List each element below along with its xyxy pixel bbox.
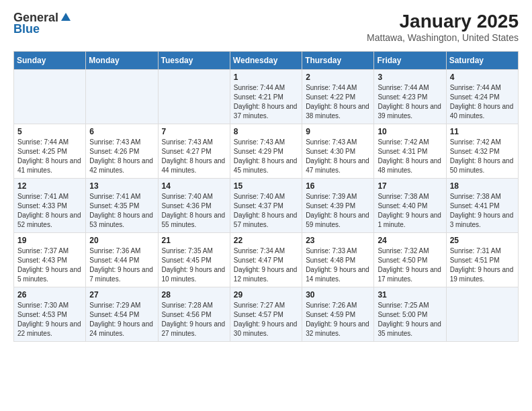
day-number: 26 xyxy=(17,290,82,300)
day-info: Sunrise: 7:43 AM Sunset: 4:29 PM Dayligh… xyxy=(234,138,298,175)
day-header-monday: Monday xyxy=(86,52,158,70)
day-info: Sunrise: 7:40 AM Sunset: 4:36 PM Dayligh… xyxy=(162,192,226,230)
day-number: 18 xyxy=(450,181,515,191)
day-header-sunday: Sunday xyxy=(14,52,86,70)
day-info: Sunrise: 7:41 AM Sunset: 4:33 PM Dayligh… xyxy=(17,192,82,230)
calendar-cell: 1Sunrise: 7:44 AM Sunset: 4:21 PM Daylig… xyxy=(230,70,302,124)
day-info: Sunrise: 7:33 AM Sunset: 4:48 PM Dayligh… xyxy=(306,246,370,284)
svg-marker-0 xyxy=(61,13,71,21)
day-info: Sunrise: 7:43 AM Sunset: 4:30 PM Dayligh… xyxy=(306,138,370,175)
calendar-cell: 25Sunrise: 7:31 AM Sunset: 4:51 PM Dayli… xyxy=(446,233,518,287)
calendar-cell xyxy=(158,70,230,124)
day-number: 16 xyxy=(306,181,370,191)
calendar-header-row: SundayMondayTuesdayWednesdayThursdayFrid… xyxy=(14,52,519,70)
day-number: 31 xyxy=(378,290,442,300)
day-number: 27 xyxy=(89,290,154,300)
calendar-week-4: 19Sunrise: 7:37 AM Sunset: 4:43 PM Dayli… xyxy=(14,233,519,287)
day-info: Sunrise: 7:36 AM Sunset: 4:44 PM Dayligh… xyxy=(89,246,154,284)
calendar-cell: 28Sunrise: 7:28 AM Sunset: 4:56 PM Dayli… xyxy=(158,287,230,342)
day-header-tuesday: Tuesday xyxy=(158,52,230,70)
day-number: 15 xyxy=(234,181,298,191)
day-number: 20 xyxy=(89,236,154,245)
day-info: Sunrise: 7:31 AM Sunset: 4:51 PM Dayligh… xyxy=(450,246,515,284)
day-info: Sunrise: 7:32 AM Sunset: 4:50 PM Dayligh… xyxy=(378,246,442,284)
day-info: Sunrise: 7:37 AM Sunset: 4:43 PM Dayligh… xyxy=(17,246,82,284)
calendar-cell: 12Sunrise: 7:41 AM Sunset: 4:33 PM Dayli… xyxy=(14,179,86,233)
calendar-cell: 16Sunrise: 7:39 AM Sunset: 4:39 PM Dayli… xyxy=(302,179,374,233)
calendar-cell: 3Sunrise: 7:44 AM Sunset: 4:23 PM Daylig… xyxy=(374,70,446,124)
day-number: 30 xyxy=(306,290,370,300)
day-number: 14 xyxy=(162,181,226,191)
day-info: Sunrise: 7:43 AM Sunset: 4:27 PM Dayligh… xyxy=(162,138,226,175)
day-number: 21 xyxy=(162,236,226,245)
page-subtitle: Mattawa, Washington, United States xyxy=(367,32,519,43)
calendar-cell: 13Sunrise: 7:41 AM Sunset: 4:35 PM Dayli… xyxy=(86,179,158,233)
day-header-wednesday: Wednesday xyxy=(230,52,302,70)
day-header-saturday: Saturday xyxy=(446,52,518,70)
calendar-cell xyxy=(86,70,158,124)
title-block: January 2025 Mattawa, Washington, United… xyxy=(367,11,519,43)
day-number: 1 xyxy=(234,73,298,82)
day-number: 29 xyxy=(234,290,298,300)
logo: General Blue xyxy=(13,11,72,36)
day-info: Sunrise: 7:38 AM Sunset: 4:40 PM Dayligh… xyxy=(378,192,442,230)
calendar-cell xyxy=(446,287,518,342)
calendar-cell: 30Sunrise: 7:26 AM Sunset: 4:59 PM Dayli… xyxy=(302,287,374,342)
day-info: Sunrise: 7:41 AM Sunset: 4:35 PM Dayligh… xyxy=(89,192,154,230)
day-info: Sunrise: 7:30 AM Sunset: 4:53 PM Dayligh… xyxy=(17,301,82,338)
day-info: Sunrise: 7:28 AM Sunset: 4:56 PM Dayligh… xyxy=(162,301,226,338)
calendar-cell: 26Sunrise: 7:30 AM Sunset: 4:53 PM Dayli… xyxy=(14,287,86,342)
day-number: 11 xyxy=(450,127,515,136)
day-info: Sunrise: 7:25 AM Sunset: 5:00 PM Dayligh… xyxy=(378,301,442,338)
calendar-cell: 6Sunrise: 7:43 AM Sunset: 4:26 PM Daylig… xyxy=(86,124,158,179)
day-info: Sunrise: 7:39 AM Sunset: 4:39 PM Dayligh… xyxy=(306,192,370,230)
day-header-thursday: Thursday xyxy=(302,52,374,70)
calendar-cell: 23Sunrise: 7:33 AM Sunset: 4:48 PM Dayli… xyxy=(302,233,374,287)
day-number: 28 xyxy=(162,290,226,300)
calendar-cell: 8Sunrise: 7:43 AM Sunset: 4:29 PM Daylig… xyxy=(230,124,302,179)
calendar-cell: 22Sunrise: 7:34 AM Sunset: 4:47 PM Dayli… xyxy=(230,233,302,287)
page-title: January 2025 xyxy=(367,11,519,32)
calendar-cell: 9Sunrise: 7:43 AM Sunset: 4:30 PM Daylig… xyxy=(302,124,374,179)
calendar-cell: 15Sunrise: 7:40 AM Sunset: 4:37 PM Dayli… xyxy=(230,179,302,233)
day-number: 13 xyxy=(89,181,154,191)
day-number: 23 xyxy=(306,236,370,245)
day-number: 17 xyxy=(378,181,442,191)
day-info: Sunrise: 7:43 AM Sunset: 4:26 PM Dayligh… xyxy=(89,138,154,175)
calendar-cell: 18Sunrise: 7:38 AM Sunset: 4:41 PM Dayli… xyxy=(446,179,518,233)
day-number: 24 xyxy=(378,236,442,245)
day-info: Sunrise: 7:44 AM Sunset: 4:21 PM Dayligh… xyxy=(234,83,298,121)
calendar-cell: 7Sunrise: 7:43 AM Sunset: 4:27 PM Daylig… xyxy=(158,124,230,179)
day-number: 12 xyxy=(17,181,82,191)
day-header-friday: Friday xyxy=(374,52,446,70)
calendar-cell: 20Sunrise: 7:36 AM Sunset: 4:44 PM Dayli… xyxy=(86,233,158,287)
day-number: 22 xyxy=(234,236,298,245)
calendar-cell: 29Sunrise: 7:27 AM Sunset: 4:57 PM Dayli… xyxy=(230,287,302,342)
day-info: Sunrise: 7:44 AM Sunset: 4:24 PM Dayligh… xyxy=(450,83,515,121)
calendar-table: SundayMondayTuesdayWednesdayThursdayFrid… xyxy=(13,51,519,342)
day-number: 8 xyxy=(234,127,298,136)
day-number: 25 xyxy=(450,236,515,245)
calendar-body: 1Sunrise: 7:44 AM Sunset: 4:21 PM Daylig… xyxy=(14,70,519,342)
calendar-week-1: 1Sunrise: 7:44 AM Sunset: 4:21 PM Daylig… xyxy=(14,70,519,124)
day-number: 4 xyxy=(450,73,515,82)
logo-icon xyxy=(60,11,72,24)
calendar-cell: 14Sunrise: 7:40 AM Sunset: 4:36 PM Dayli… xyxy=(158,179,230,233)
calendar-cell: 11Sunrise: 7:42 AM Sunset: 4:32 PM Dayli… xyxy=(446,124,518,179)
day-number: 10 xyxy=(378,127,442,136)
day-info: Sunrise: 7:35 AM Sunset: 4:45 PM Dayligh… xyxy=(162,246,226,284)
calendar-cell: 27Sunrise: 7:29 AM Sunset: 4:54 PM Dayli… xyxy=(86,287,158,342)
calendar-cell: 2Sunrise: 7:44 AM Sunset: 4:22 PM Daylig… xyxy=(302,70,374,124)
calendar-cell: 19Sunrise: 7:37 AM Sunset: 4:43 PM Dayli… xyxy=(14,233,86,287)
calendar-cell: 5Sunrise: 7:44 AM Sunset: 4:25 PM Daylig… xyxy=(14,124,86,179)
day-info: Sunrise: 7:44 AM Sunset: 4:23 PM Dayligh… xyxy=(378,83,442,121)
calendar-cell: 17Sunrise: 7:38 AM Sunset: 4:40 PM Dayli… xyxy=(374,179,446,233)
calendar-week-5: 26Sunrise: 7:30 AM Sunset: 4:53 PM Dayli… xyxy=(14,287,519,342)
calendar-cell: 24Sunrise: 7:32 AM Sunset: 4:50 PM Dayli… xyxy=(374,233,446,287)
day-info: Sunrise: 7:44 AM Sunset: 4:25 PM Dayligh… xyxy=(17,138,82,175)
calendar-cell: 10Sunrise: 7:42 AM Sunset: 4:31 PM Dayli… xyxy=(374,124,446,179)
day-number: 6 xyxy=(89,127,154,136)
calendar-cell: 4Sunrise: 7:44 AM Sunset: 4:24 PM Daylig… xyxy=(446,70,518,124)
calendar-cell: 21Sunrise: 7:35 AM Sunset: 4:45 PM Dayli… xyxy=(158,233,230,287)
day-info: Sunrise: 7:34 AM Sunset: 4:47 PM Dayligh… xyxy=(234,246,298,284)
